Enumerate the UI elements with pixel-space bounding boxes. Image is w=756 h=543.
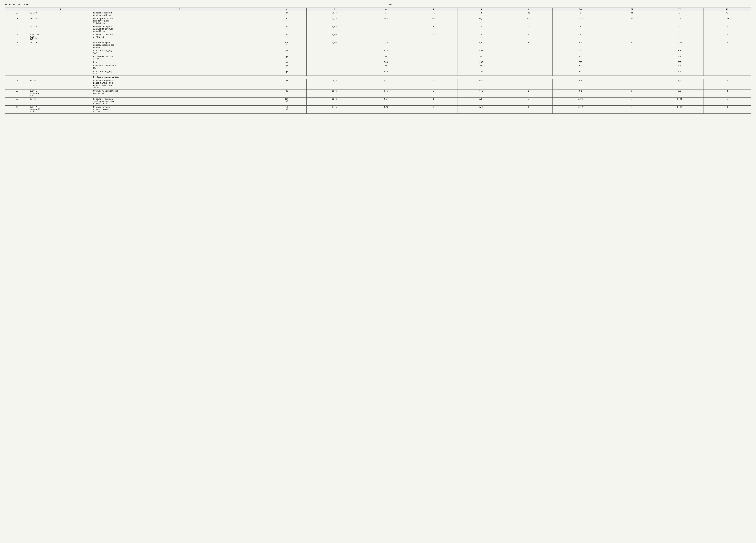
col-header-1: 1 bbox=[5, 8, 29, 11]
subtotal-col8: 740 bbox=[457, 70, 505, 76]
row-col13: 6 bbox=[703, 41, 751, 49]
row-col9: 3 bbox=[505, 25, 553, 33]
row-col10: 2 bbox=[553, 25, 608, 33]
row-col11: 92 bbox=[608, 17, 656, 25]
row-col9: II8 bbox=[505, 17, 553, 25]
row-col8: 2 bbox=[457, 11, 505, 17]
row-col5: I,95 bbox=[307, 33, 362, 41]
table-row: Б. Строительные работы bbox=[5, 76, 751, 79]
row-col6: 2 bbox=[362, 25, 410, 33]
row-col1: I8 bbox=[5, 89, 29, 97]
row-col6: 2,3 bbox=[362, 41, 410, 49]
subtotal-col11 bbox=[608, 70, 656, 76]
row-col4: м3 bbox=[267, 79, 307, 89]
row-col10: 0,I bbox=[553, 79, 608, 89]
row-col2: 26-73 bbox=[29, 97, 92, 106]
table-row: Плановые накопления 8% руб 6I 55 63 55 bbox=[5, 64, 751, 70]
page-header: 90I-I=30 (IX/I.85) I09 bbox=[5, 3, 751, 6]
row-col5: I2,6 bbox=[307, 97, 362, 106]
row-col2: I6-I34 bbox=[29, 25, 92, 33]
row-col11: 9 bbox=[608, 41, 656, 49]
row-col12: I,57 bbox=[656, 41, 703, 49]
subtotal-col12: 80 bbox=[656, 55, 703, 61]
subtotal-spacer2 bbox=[29, 70, 92, 76]
row-col10: 2,3 bbox=[553, 41, 608, 49]
table-row: I3 I8-I32 Регистры из сталь- ных труб ди… bbox=[5, 17, 751, 25]
row-col12: 0,I bbox=[656, 89, 703, 97]
row-col1: I6 bbox=[5, 41, 29, 49]
title-left: 90I-I=30 (IX/I.85) bbox=[5, 3, 28, 6]
row-col3: Покрытие изоляции трубопроводов лако- ст… bbox=[92, 97, 267, 106]
table-row: Итого по разделу "А" руб 674 605 700 605 bbox=[5, 49, 751, 55]
row-col9: I bbox=[505, 97, 553, 106]
row-col12: 0,42 bbox=[656, 106, 703, 114]
row-col4: I00 м2 bbox=[267, 97, 307, 106]
row-col10: 2 bbox=[553, 33, 608, 41]
row-col7: 4 bbox=[410, 33, 457, 41]
row-col3: Изоляция трубопро- водов матами мине- ра… bbox=[92, 79, 267, 89]
subtotal-col6: 90 bbox=[362, 55, 410, 61]
row-col12: 2 bbox=[656, 33, 703, 41]
table-row: Итого по разделу "А" руб 825 740 856 740 bbox=[5, 70, 751, 76]
subtotal-col8: 55 bbox=[457, 64, 505, 70]
row-col12: 0,04 bbox=[656, 97, 703, 106]
row-col13: 2 bbox=[703, 79, 751, 89]
col-header-5: 5 bbox=[307, 8, 362, 11]
table-row: I9 26-73 Покрытие изоляции трубопроводов… bbox=[5, 97, 751, 106]
subtotal-col9 bbox=[505, 49, 553, 55]
col-header-13: I3 bbox=[703, 8, 751, 11]
row-col6: 0,I bbox=[362, 89, 410, 97]
subtotal-col6: 825 bbox=[362, 70, 410, 76]
subtotal-spacer2 bbox=[29, 64, 92, 70]
subtotal-col5 bbox=[307, 61, 362, 64]
table-row: I7 26-I6 Изоляция трубопро- водов матами… bbox=[5, 79, 751, 89]
row-col7: 2 bbox=[410, 89, 457, 97]
row-col1: I9 bbox=[5, 97, 29, 106]
subtotal-col6: 764 bbox=[362, 61, 410, 64]
row-col1: I3 bbox=[5, 17, 29, 25]
row-col9: 6 bbox=[505, 106, 553, 114]
table-row: I5 Ц.Iч.III п.I55 R=I,I2 Стоимость венти… bbox=[5, 33, 751, 41]
subtotal-unit: руб bbox=[267, 61, 307, 64]
subtotal-col6: 6I bbox=[362, 64, 410, 70]
row-col11: 4 bbox=[608, 33, 656, 41]
row-col2: I8-I32 bbox=[29, 17, 92, 25]
subtotal-col12: 605 bbox=[656, 49, 703, 55]
row-col8: I,57 bbox=[457, 41, 505, 49]
row-col10: 0,04 bbox=[553, 97, 608, 106]
row-col4: шт bbox=[267, 33, 307, 41]
row-col5: 20,6 bbox=[307, 11, 362, 17]
subtotal-label: Накладные расходы 13,3% bbox=[92, 55, 267, 61]
col-header-11: II bbox=[608, 8, 656, 11]
row-col13: 4I bbox=[703, 11, 751, 17]
row-col7: 3 bbox=[410, 25, 457, 33]
row-col3: Вентиль запорный фланцевый 15ч96бр диам.… bbox=[92, 25, 267, 33]
row-col6: 2 bbox=[362, 11, 410, 17]
row-col10: 2 bbox=[553, 11, 608, 17]
row-col5: 4,34 bbox=[307, 17, 362, 25]
row-col9: 2 bbox=[505, 89, 553, 97]
row-col4: шт bbox=[267, 11, 307, 17]
table-header-row: 1 2 3 4 5 6 7 8 9 IO II I2 I3 bbox=[5, 8, 751, 11]
subtotal-col5 bbox=[307, 70, 362, 76]
row-col5: I9,6 bbox=[307, 89, 362, 97]
subtotal-col9 bbox=[505, 55, 553, 61]
subtotal-label: Итого по разделу "А" bbox=[92, 49, 267, 55]
row-col6: 0,04 bbox=[362, 97, 410, 106]
row-col2: Ц.Iч.III п.I55 R=I,I2 bbox=[29, 33, 92, 41]
row-col13: I48 bbox=[703, 17, 751, 25]
table-row: I4 I6-I34 Вентиль запорный фланцевый 15ч… bbox=[5, 25, 751, 33]
row-col7: 9 bbox=[410, 41, 457, 49]
subtotal-col7 bbox=[410, 61, 457, 64]
row-col8: 2 bbox=[457, 25, 505, 33]
row-col4: I0 м2 bbox=[267, 106, 307, 114]
col-header-3: 3 bbox=[92, 8, 267, 11]
subtotal-label: Итого по разделу "А" bbox=[92, 70, 267, 76]
subtotal-label: Итого: bbox=[92, 61, 267, 64]
row-col13: 3 bbox=[703, 25, 751, 33]
main-table: 1 2 3 4 5 6 7 8 9 IO II I2 I3 I2 I8-I84 … bbox=[5, 8, 751, 114]
row-col9: 4 bbox=[505, 33, 553, 41]
table-row: I6 I6-2I9 Испытание труб гидравлическим … bbox=[5, 41, 751, 49]
subtotal-col7 bbox=[410, 70, 457, 76]
row-col2: I8-I84 bbox=[29, 11, 92, 17]
